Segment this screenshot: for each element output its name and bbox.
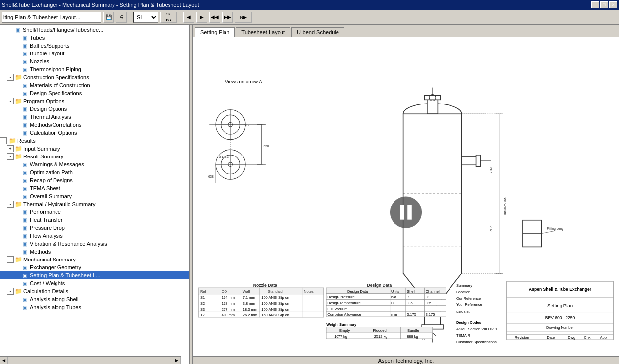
hscroll-left-btn[interactable]: ◀ — [0, 357, 8, 364]
svg-text:3.175: 3.175 — [426, 312, 435, 317]
tree-item-performance[interactable]: ▣ Performance — [0, 208, 189, 216]
tree-item-thermo[interactable]: ▣ Thermosiphon Piping — [0, 65, 189, 73]
tree-item-calc-options[interactable]: ▣ Calculation Options — [0, 129, 189, 137]
tab-setting-plan[interactable]: Setting Plan — [195, 27, 235, 37]
expand-icon[interactable]: - — [7, 98, 14, 104]
expand-icon[interactable]: + — [7, 145, 14, 152]
hscroll-bar[interactable]: ◀ ▶ — [0, 356, 181, 364]
tree-item-analysis-shell[interactable]: ▣ Analysis along Shell — [0, 295, 189, 303]
tree-item-results[interactable]: - 📁 Results — [0, 137, 189, 145]
tree-item-analysis-tubes[interactable]: ▣ Analysis along Tubes — [0, 303, 189, 311]
svg-text:2512 kg: 2512 kg — [374, 334, 388, 339]
nav-n-btn[interactable]: N▶ — [235, 12, 252, 23]
svg-rect-127 — [425, 305, 446, 311]
toolbar-sep-1 — [130, 12, 130, 22]
svg-text:3: 3 — [427, 295, 429, 299]
doc-icon: ▣ — [21, 304, 29, 311]
svg-text:26.2 mm: 26.2 mm — [243, 313, 257, 317]
tree-item-optimization[interactable]: ▣ Optimization Path — [0, 168, 189, 176]
tree-label: TEMA Sheet — [30, 185, 60, 191]
maximize-button[interactable]: □ — [600, 1, 608, 8]
doc-icon: ▣ — [21, 58, 29, 65]
tree-item-thermal-analysis[interactable]: ▣ Thermal Analysis — [0, 113, 189, 121]
svg-rect-76 — [302, 300, 324, 306]
toolbar-save-btn[interactable]: 💾 — [103, 12, 114, 23]
codes-block: Summary Location Our Reference Your Refe… — [456, 283, 497, 344]
tree-item-pressure-drop[interactable]: ▣ Pressure Drop — [0, 224, 189, 232]
units-select[interactable]: SI — [133, 12, 158, 23]
doc-icon: ▣ — [21, 208, 29, 215]
tree-label: Methods — [30, 249, 51, 255]
tree-item-bundle[interactable]: ▣ Bundle Layout — [0, 50, 189, 57]
tree-item-program-options[interactable]: - 📁 Program Options — [0, 97, 189, 105]
tree-item-cost[interactable]: ▣ Cost / Weights — [0, 279, 189, 287]
toolbar-sep-2 — [180, 12, 180, 22]
tree-item-construction[interactable]: - 📁 Construction Specifications — [0, 73, 189, 81]
svg-text:bar: bar — [391, 295, 396, 299]
tree-panel[interactable]: ▣ Shell/Heads/Flanges/Tubeshee... ▣ Tube… — [0, 25, 190, 364]
tree-item-design-specs[interactable]: ▣ Design Specifications — [0, 89, 189, 97]
tree-label: Baffles/Supports — [30, 43, 70, 49]
tree-item-mechanical-summary[interactable]: - 📁 Mechanical Summary — [0, 256, 189, 263]
nav-last-btn[interactable]: ▶▶ — [222, 12, 233, 23]
tree-item-nozzles[interactable]: ▣ Nozzles — [0, 57, 189, 65]
nav-first-btn[interactable]: ◀◀ — [209, 12, 220, 23]
svg-text:Wall: Wall — [243, 289, 250, 294]
tree-item-tubes[interactable]: ▣ Tubes — [0, 34, 189, 42]
svg-text:Empty: Empty — [339, 328, 350, 333]
toolbar-print-btn[interactable]: 🖨 — [116, 12, 127, 23]
doc-icon: ▣ — [21, 185, 29, 192]
tree-item-overall-summary[interactable]: ▣ Overall Summary — [0, 192, 189, 200]
tree-item-design-options[interactable]: ▣ Design Options — [0, 105, 189, 113]
tree-label: Analysis along Tubes — [30, 304, 81, 310]
tree-item-vibration[interactable]: ▣ Vibration & Resonance Analysis — [0, 240, 189, 248]
tree-item-materials[interactable]: ▣ Materials of Construction — [0, 81, 189, 89]
svg-text:OD: OD — [222, 289, 227, 294]
expand-icon[interactable]: - — [7, 153, 14, 160]
tree-item-methods-leaf[interactable]: ▣ Methods — [0, 248, 189, 256]
tree-item-setting-plan[interactable]: ▣ Setting Plan & Tubesheet L... — [0, 271, 189, 279]
tree-item-exchanger-geom[interactable]: ▣ Exchanger Geometry — [0, 263, 189, 271]
svg-text:Nozzle Data: Nozzle Data — [253, 283, 277, 288]
expand-icon[interactable]: - — [7, 256, 14, 263]
hscroll-track[interactable] — [8, 357, 173, 364]
svg-text:Setting Plan: Setting Plan — [547, 303, 573, 308]
expand-icon[interactable]: - — [7, 288, 14, 295]
tree-item-methods[interactable]: ▣ Methods/Correlations — [0, 121, 189, 129]
expand-icon[interactable]: - — [0, 137, 7, 144]
svg-text:1677 kg: 1677 kg — [334, 334, 347, 339]
tree-item-tema[interactable]: ▣ TEMA Sheet — [0, 184, 189, 192]
svg-text:Standard: Standard — [268, 289, 282, 294]
tree-item-thermal-hydraulic[interactable]: - 📁 Thermal / Hydraulic Summary — [0, 200, 189, 208]
nav-back-btn[interactable]: ◀ — [183, 12, 194, 23]
tab-ubend-schedule[interactable]: U-bend Schedule — [291, 27, 344, 37]
layout-combo[interactable] — [2, 12, 101, 23]
pause-button-overlay[interactable] — [390, 197, 422, 228]
tab-tubesheet-layout[interactable]: Tubesheet Layout — [236, 27, 290, 37]
hscroll-right-btn[interactable]: ▶ — [173, 357, 181, 364]
close-button[interactable]: ✕ — [609, 1, 617, 8]
tree-label: Performance — [30, 209, 61, 215]
minimize-button[interactable]: ─ — [591, 1, 599, 8]
tree-item-recap-designs[interactable]: ▣ Recap of Designs — [0, 176, 189, 184]
tree-item-flow-analysis[interactable]: ▣ Flow Analysis — [0, 232, 189, 240]
tree-item-warnings[interactable]: ▣ Warnings & Messages — [0, 160, 189, 168]
svg-text:Location: Location — [456, 290, 470, 294]
svg-text:Fitting Leng: Fitting Leng — [547, 227, 563, 231]
svg-text:Weight Summary: Weight Summary — [326, 322, 357, 327]
svg-text:App: App — [600, 335, 606, 340]
tree-item-input-summary[interactable]: + 📁 Input Summary — [0, 145, 189, 153]
tree-item-result-summary[interactable]: - 📁 Result Summary — [0, 153, 189, 160]
tree-item-baffles[interactable]: ▣ Baffles/Supports — [0, 42, 189, 50]
expand-icon[interactable]: - — [7, 201, 14, 208]
svg-text:Units: Units — [391, 289, 399, 294]
tree-label: Analysis along Shell — [30, 296, 78, 302]
units-btn[interactable]: ⁶¹⁵₂₅.₄ — [160, 12, 177, 23]
svg-text:Our Reference: Our Reference — [456, 296, 481, 301]
tree-item-shell-heads[interactable]: ▣ Shell/Heads/Flanges/Tubeshee... — [0, 26, 189, 34]
nav-fwd-btn[interactable]: ▶ — [196, 12, 207, 23]
expand-icon[interactable]: - — [7, 74, 14, 81]
tree-item-heat-transfer[interactable]: ▣ Heat Transfer — [0, 216, 189, 224]
tree-item-calc-details[interactable]: - 📁 Calculation Details — [0, 287, 189, 295]
svg-text:Net Overall: Net Overall — [503, 197, 507, 215]
